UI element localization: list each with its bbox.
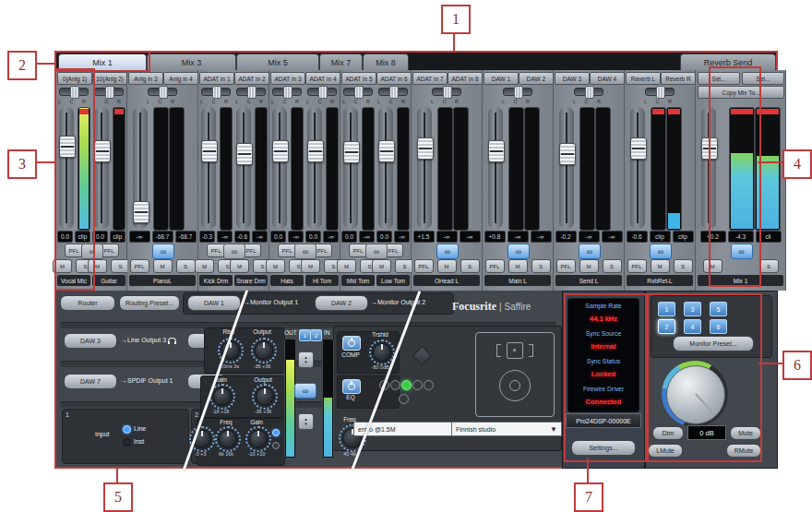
solo-button[interactable]: S <box>603 259 622 273</box>
pfl-button[interactable]: PFL <box>485 259 505 273</box>
tab-mix-7[interactable]: Mix 7 <box>319 54 363 71</box>
pfl-button[interactable]: PFL <box>414 259 434 273</box>
pan-slider[interactable] <box>307 88 337 96</box>
output-stereo-link-button[interactable]: ∞ <box>294 383 316 399</box>
fader-track[interactable] <box>307 107 322 229</box>
pan-slider[interactable] <box>236 88 266 96</box>
lower-spinner[interactable]: ▲▼ <box>298 413 314 430</box>
input-route-button[interactable]: Anlg in 3 <box>128 72 163 85</box>
tab-mix-1[interactable]: Mix 1 <box>58 54 147 71</box>
fader-cap[interactable] <box>236 143 253 165</box>
stereo-link-button[interactable]: ∞ <box>81 244 103 259</box>
solo-button[interactable]: S <box>759 259 779 273</box>
line-option-label[interactable]: Line <box>134 425 146 432</box>
mute-button[interactable]: M <box>703 259 722 273</box>
pfl-button[interactable]: PFL <box>556 259 576 273</box>
tab-mix-5[interactable]: Mix 5 <box>236 54 319 71</box>
mute-button[interactable]: M <box>301 259 320 273</box>
pan-slider[interactable] <box>94 88 124 96</box>
fader-cap[interactable] <box>59 136 76 158</box>
solo-button[interactable]: S <box>674 259 693 273</box>
daw3-source-button[interactable]: DAW 3 <box>64 333 117 349</box>
gain2-knob[interactable] <box>245 426 271 452</box>
mute-button[interactable]: M <box>579 259 599 273</box>
input-route-button[interactable]: DAW 3 <box>555 72 590 85</box>
mute-button[interactable]: M <box>508 259 528 273</box>
stereo-link-button[interactable]: ∞ <box>223 244 245 259</box>
fader-cap[interactable] <box>201 140 218 162</box>
eq-shape-led-1[interactable] <box>272 429 280 436</box>
stereo-link-button[interactable]: ∞ <box>508 244 530 259</box>
fader-track[interactable] <box>272 107 287 229</box>
fader-track[interactable] <box>59 107 74 229</box>
mute-button[interactable]: M <box>651 259 670 273</box>
pan-slider[interactable] <box>645 88 675 96</box>
speaker-model-dropdown[interactable]: Finnish studio ▼ <box>451 422 562 436</box>
solo-button[interactable]: S <box>531 259 551 273</box>
solo-button[interactable]: S <box>460 259 480 273</box>
fader-track[interactable] <box>488 107 503 229</box>
mute-button[interactable]: M <box>372 259 391 273</box>
input-route-button[interactable]: Reverb L <box>626 72 661 85</box>
upper-spinner[interactable]: ▲▼ <box>298 351 314 368</box>
fader-cap[interactable] <box>488 140 505 162</box>
output-knob[interactable] <box>251 338 277 363</box>
mute-button[interactable]: M <box>88 259 107 273</box>
fader-cap[interactable] <box>94 140 111 162</box>
mute-button[interactable]: M <box>153 259 173 273</box>
pan-slider[interactable] <box>432 88 461 96</box>
monitor-preset-3-button[interactable]: 3 <box>684 302 701 316</box>
daw1-source-button[interactable]: DAW 1 <box>187 295 241 311</box>
fader-cap[interactable] <box>630 137 647 160</box>
stereo-link-button[interactable]: ∞ <box>650 244 672 259</box>
fader-track[interactable] <box>201 107 216 229</box>
fader-track[interactable] <box>94 107 109 229</box>
input-route-button[interactable]: ADAT in 1 <box>199 72 234 85</box>
stereo-link-button[interactable]: ∞ <box>731 244 753 259</box>
input-route-button[interactable]: DAW 4 <box>590 72 625 85</box>
fader-track[interactable] <box>343 107 358 229</box>
fader-track[interactable] <box>378 107 393 229</box>
tab-mix-8[interactable]: Mix 8 <box>363 54 409 71</box>
daw7-source-button[interactable]: DAW 7 <box>64 374 117 389</box>
line-input-radio[interactable] <box>123 425 131 434</box>
output2-knob[interactable] <box>252 384 278 410</box>
pfl-button[interactable]: PFL <box>627 259 647 273</box>
mute-button[interactable]: M <box>437 259 457 273</box>
fader-cap[interactable] <box>417 137 434 160</box>
input-route-button[interactable]: ADAT in 8 <box>448 72 483 85</box>
pan-slider[interactable] <box>272 88 302 96</box>
input-route-button[interactable]: Reverb R <box>661 72 696 85</box>
lmute-button[interactable]: LMute <box>648 444 683 458</box>
mute-button[interactable]: Mute <box>730 426 761 440</box>
eq-shape-led-2[interactable] <box>272 442 280 449</box>
input-route-button[interactable]: ADAT in 7 <box>412 72 448 85</box>
pan-slider[interactable] <box>343 88 373 96</box>
stereo-link-button[interactable]: ∞ <box>436 244 459 259</box>
monitor-volume-knob[interactable] <box>662 361 728 427</box>
input-route-button[interactable]: DAW 1 <box>484 72 519 85</box>
stereo-link-button[interactable]: ∞ <box>152 244 174 259</box>
mute-button[interactable]: M <box>337 259 356 273</box>
mute-button[interactable]: M <box>230 259 249 273</box>
copy-mix-to-button[interactable]: Copy Mix To... <box>698 86 784 99</box>
mute-button[interactable]: M <box>195 259 214 273</box>
monitor-preset-button[interactable]: Monitor Preset... <box>673 336 754 351</box>
fader-track[interactable] <box>236 107 251 229</box>
eq-power-button[interactable] <box>342 379 361 394</box>
inst-option-label[interactable]: Inst <box>134 438 144 445</box>
pan-slider[interactable] <box>574 88 603 96</box>
input-route-button[interactable]: 0(Anlg 1) <box>57 72 92 85</box>
stereo-link-button[interactable]: ∞ <box>294 244 316 259</box>
monitor-2-button[interactable]: 2 <box>310 329 322 341</box>
pan-slider[interactable] <box>59 88 89 96</box>
mix-select-button[interactable]: Sel... <box>698 72 740 85</box>
pan-slider[interactable] <box>378 88 408 96</box>
input-route-button[interactable]: ADAT in 2 <box>234 72 269 85</box>
rmute-button[interactable]: RMute <box>726 444 761 458</box>
input-route-button[interactable]: DAW 2 <box>519 72 554 85</box>
fader-track[interactable] <box>701 107 716 229</box>
input-route-button[interactable]: ADAT in 4 <box>305 72 340 85</box>
solo-button[interactable]: S <box>176 259 196 273</box>
fader-cap[interactable] <box>559 143 576 165</box>
